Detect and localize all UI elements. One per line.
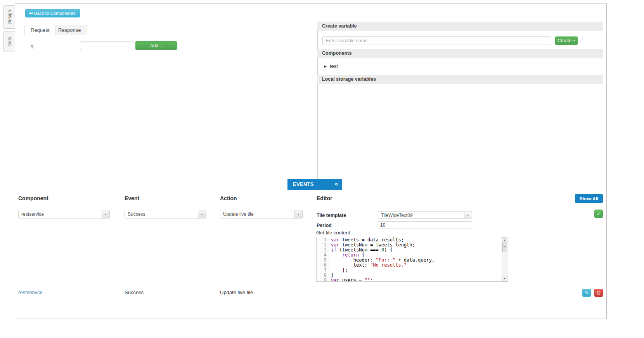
- col-component: Component: [18, 195, 48, 201]
- code-lines: 1var tweets = data.results;2var tweetsNu…: [317, 237, 502, 281]
- event-row: restservice Success Update live tile ✎: [15, 285, 606, 300]
- scroll-down-icon[interactable]: ▼: [502, 276, 507, 281]
- left-panel-divider: [181, 22, 181, 190]
- side-tab-data[interactable]: Data: [3, 31, 15, 52]
- component-select[interactable]: restservice ▼: [18, 210, 110, 218]
- right-panel-divider: [317, 22, 318, 190]
- tile-template-value: TileWideText09: [381, 211, 463, 219]
- param-name-label: q: [31, 43, 33, 49]
- expand-icon: ▶: [324, 64, 327, 68]
- rewind-icon: ◀◀: [29, 12, 32, 15]
- tab-request-label: Request: [31, 27, 49, 33]
- tile-template-label: Tile template: [317, 213, 346, 218]
- delete-row-button[interactable]: [594, 289, 603, 297]
- create-variable-button[interactable]: Create ▼: [555, 36, 578, 45]
- tab-request[interactable]: Request: [24, 25, 55, 36]
- event-select-value: Success: [128, 210, 197, 218]
- tile-content-label: Get tile content:: [316, 230, 351, 236]
- dropdown-arrow-icon: ▼: [294, 210, 302, 218]
- create-variable-header: Create variable: [317, 22, 603, 31]
- caret-down-icon: ▼: [573, 40, 575, 42]
- add-param-button[interactable]: Add...: [135, 41, 177, 50]
- action-select[interactable]: Update live tile ▼: [220, 210, 303, 218]
- events-bar[interactable]: EVENTS »: [287, 179, 342, 190]
- event-select[interactable]: Success ▼: [125, 210, 206, 218]
- tab-response-label: Response: [58, 27, 81, 33]
- col-editor: Editor: [317, 195, 332, 201]
- row-component-link[interactable]: restservice: [18, 285, 43, 300]
- col-event: Event: [125, 195, 139, 201]
- code-editor[interactable]: 1var tweets = data.results;2var tweetsNu…: [316, 237, 508, 282]
- component-select-value: restservice: [21, 210, 101, 218]
- side-tab-data-label: Data: [7, 36, 12, 46]
- dropdown-arrow-icon: ▼: [102, 210, 109, 218]
- scroll-up-icon[interactable]: ▲: [502, 237, 507, 243]
- col-action: Action: [220, 195, 237, 201]
- side-tab-design[interactable]: Design: [3, 5, 15, 29]
- action-select-value: Update live tile: [223, 210, 294, 218]
- create-button-label: Create: [557, 38, 571, 43]
- back-button-label: Back to Components: [34, 11, 76, 16]
- tab-response[interactable]: Response: [52, 25, 87, 35]
- edit-row-button[interactable]: ✎: [582, 289, 591, 297]
- side-tab-design-label: Design: [7, 10, 12, 24]
- back-to-components-button[interactable]: ◀◀ Back to Components: [25, 9, 80, 17]
- variable-name-input[interactable]: [322, 36, 551, 45]
- scrollbar-thumb[interactable]: [502, 243, 507, 252]
- check-icon: ✓: [597, 211, 601, 217]
- row-event-cell: Success: [125, 285, 144, 300]
- events-bar-label: EVENTS: [293, 179, 314, 190]
- component-item-test[interactable]: ▶ test: [317, 58, 603, 75]
- period-input[interactable]: [378, 221, 472, 229]
- tile-template-select[interactable]: TileWideText09 ▼: [378, 211, 472, 219]
- minus-circle-icon: [597, 291, 600, 295]
- apply-button[interactable]: ✓: [594, 210, 603, 218]
- components-header: Components: [317, 49, 603, 58]
- dropdown-arrow-icon: ▼: [198, 210, 206, 218]
- main-container: ◀◀ Back to Components Request Response q…: [15, 3, 607, 319]
- edit-pencil-icon: ✎: [585, 290, 588, 295]
- header-underline: [15, 205, 606, 205]
- dropdown-arrow-icon: ▼: [464, 212, 471, 218]
- period-label: Period: [317, 223, 332, 228]
- collapse-icon: »: [333, 182, 340, 185]
- show-all-button[interactable]: Show All: [575, 194, 603, 203]
- component-item-label: test: [330, 63, 338, 69]
- row-action-cell: Update live tile: [220, 285, 253, 300]
- code-scrollbar[interactable]: ▲ ▼: [502, 237, 508, 281]
- param-value-input[interactable]: [80, 42, 134, 50]
- local-storage-header: Local storage variables: [317, 75, 603, 84]
- events-section-divider: [15, 190, 606, 190]
